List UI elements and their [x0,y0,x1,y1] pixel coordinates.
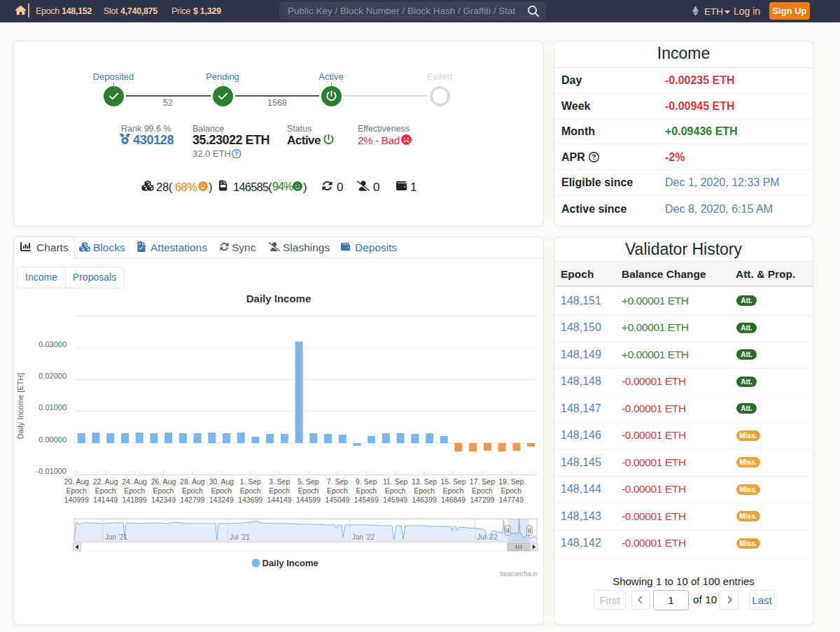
svg-text:Epoch: Epoch [269,486,290,495]
svg-text:Epoch: Epoch [500,486,522,495]
svg-text:Epoch: Epoch [385,486,406,495]
svg-text:Epoch: Epoch [95,486,116,495]
svg-text:7. Sep: 7. Sep [327,477,349,486]
svg-text:Daily Income [ETH]: Daily Income [ETH] [16,373,24,440]
svg-text:Epoch: Epoch [66,486,87,495]
svg-text:144149: 144149 [267,496,292,504]
svg-text:Epoch: Epoch [443,486,464,495]
svg-text:145049: 145049 [325,496,349,504]
svg-text:145499: 145499 [354,496,379,504]
svg-text:144599: 144599 [296,496,321,504]
svg-text:20. Aug: 20. Aug [64,477,89,486]
svg-text:0.00000: 0.00000 [38,435,66,444]
svg-text:142799: 142799 [180,496,204,504]
svg-text:Jan ’21: Jan ’21 [105,533,128,541]
svg-text:146849: 146849 [441,496,465,504]
svg-text:Epoch: Epoch [182,486,203,495]
svg-text:Epoch: Epoch [240,486,261,495]
svg-text:30. Aug: 30. Aug [209,477,234,486]
svg-text:-0.01000: -0.01000 [36,467,66,475]
svg-text:0.02000: 0.02000 [38,372,66,380]
svg-text:141449: 141449 [93,496,118,504]
svg-text:141899: 141899 [122,496,147,504]
svg-text:0.03000: 0.03000 [38,340,66,349]
svg-text:17. Sep: 17. Sep [470,477,495,486]
svg-text:Epoch: Epoch [211,486,232,495]
svg-text:140999: 140999 [64,496,89,504]
svg-text:147749: 147749 [499,496,524,504]
svg-text:13. Sep: 13. Sep [412,477,437,486]
svg-text:Epoch: Epoch [124,486,145,495]
svg-text:Epoch: Epoch [356,486,377,495]
svg-text:22. Aug: 22. Aug [93,477,118,486]
svg-text:Jul ’21: Jul ’21 [230,533,250,541]
svg-text:Daily Income: Daily Income [262,558,318,568]
svg-text:Epoch: Epoch [472,486,493,495]
svg-text:Daily Income: Daily Income [246,293,312,304]
svg-text:1. Sep: 1. Sep [240,477,262,486]
svg-text:Epoch: Epoch [153,486,174,495]
svg-text:143249: 143249 [209,496,234,504]
svg-text:Epoch: Epoch [327,486,348,495]
svg-text:9. Sep: 9. Sep [356,477,377,486]
svg-text:11. Sep: 11. Sep [383,477,408,486]
svg-text:145949: 145949 [383,496,407,504]
svg-text:24. Aug: 24. Aug [122,477,147,486]
svg-text:146399: 146399 [412,496,437,504]
svg-text:147299: 147299 [470,496,494,504]
svg-text:15. Sep: 15. Sep [440,477,465,486]
svg-text:142349: 142349 [151,496,176,504]
svg-text:5. Sep: 5. Sep [298,477,319,486]
svg-text:143699: 143699 [238,496,262,504]
svg-text:Epoch: Epoch [414,486,435,495]
svg-text:19. Sep: 19. Sep [498,477,524,486]
svg-text:3. Sep: 3. Sep [269,477,290,486]
svg-text:beaconcha.in: beaconcha.in [500,570,538,577]
svg-text:Epoch: Epoch [298,486,319,495]
svg-text:Jul ’22: Jul ’22 [477,533,498,541]
svg-text:28. Aug: 28. Aug [180,477,205,486]
svg-text:26. Aug: 26. Aug [151,477,176,486]
svg-text:Jan ’22: Jan ’22 [352,533,375,541]
svg-text:0.01000: 0.01000 [38,403,66,412]
